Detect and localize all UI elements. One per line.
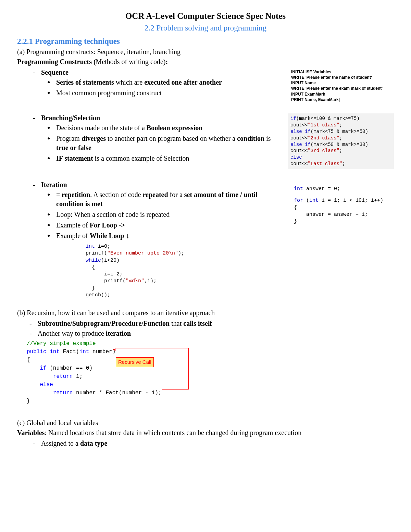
text: i = 1; i < 101; i++) — [319, 198, 383, 203]
text: Another way to produce — [38, 330, 106, 337]
code-line: WRITE 'Please enter the name of student' — [291, 75, 394, 80]
text: iteration — [106, 330, 131, 337]
code-line: int answer = 0; — [294, 186, 394, 193]
str: "2nd class" — [308, 135, 339, 141]
text: ,i); — [144, 278, 157, 284]
text: While Loop — [90, 232, 124, 239]
subsection-b-intro: (b) Recursion, how it can be used and co… — [17, 308, 394, 318]
text: Program — [56, 135, 82, 142]
code-line: cout<<"3rd class"; — [290, 148, 392, 154]
list-item: Loop: When a section of code is repeated — [56, 210, 281, 219]
variables-list: Assigned to a data type — [17, 439, 394, 448]
iteration-bullets: = repetition. A section of code repeated… — [41, 190, 281, 240]
str: "%d\n" — [126, 278, 144, 284]
code-line: } — [86, 285, 394, 292]
kw: public — [27, 349, 47, 355]
text: true or false — [56, 144, 91, 151]
list-item: Another way to produce iteration — [38, 329, 394, 338]
code-line: printf("Even number upto 20\n"); — [86, 250, 394, 257]
kw: while — [86, 258, 101, 263]
sequence-bullets: Series of statements which are executed … — [41, 78, 291, 98]
text: is — [264, 135, 271, 142]
constructs-bold: Programming Constructs ( — [17, 58, 96, 65]
text: ; — [339, 122, 342, 128]
text: ↓ — [124, 232, 129, 239]
text: i=0; — [95, 244, 110, 249]
text: (i<20) — [101, 258, 120, 263]
text: (mark<75 & mark>=50) — [311, 129, 368, 134]
code-line: } — [294, 218, 394, 225]
code-line: cout<<"1st class"; — [290, 122, 392, 128]
code-line: int i=0; — [86, 243, 394, 250]
code-line: //Very simple example — [27, 339, 394, 348]
text: 1; — [73, 373, 83, 380]
constructs-colon: : — [165, 58, 168, 65]
text: cout<< — [290, 135, 308, 141]
kw: else — [27, 382, 53, 388]
code-line: } — [27, 397, 394, 405]
code-line: while(i<20) — [86, 257, 394, 264]
branching-list: Branching/Selection Decisions made on th… — [17, 113, 394, 169]
kw: int — [309, 198, 319, 203]
kw: else if — [290, 129, 311, 134]
code-snippet-branching: if(mark<=100 & mark>=75) cout<<"1st clas… — [288, 113, 394, 169]
sequence-title: Sequence — [41, 69, 68, 76]
kw: return — [27, 390, 73, 396]
kw: int — [294, 186, 303, 192]
text: to another part on program based on whet… — [106, 135, 237, 142]
code-line: for (int i = 1; i < 101; i++) — [294, 197, 394, 204]
constructs-list: Sequence Series of statements which are … — [17, 68, 394, 102]
text: Decisions made on the state of a — [56, 124, 147, 132]
text: ; — [339, 148, 342, 153]
str: "1st class" — [308, 122, 339, 128]
constructs-line: Programming Constructs (Methods of writi… — [17, 57, 394, 66]
code-line: i=i+2; — [86, 271, 394, 278]
code-line: else — [27, 381, 394, 389]
text: For Loop -> — [90, 221, 125, 229]
list-item-branching: Branching/Selection Decisions made on th… — [41, 113, 394, 169]
text: ); — [178, 250, 184, 256]
list-item: Most common programming construct — [56, 88, 291, 98]
text: executed one after another — [144, 78, 222, 86]
code-line: else — [290, 154, 392, 161]
code-line: cout<<"2nd class"; — [290, 135, 392, 141]
text: is a common example of Selection — [93, 154, 189, 162]
kw: int — [86, 244, 95, 249]
kw: int — [79, 349, 89, 355]
annotation-frame — [115, 348, 189, 389]
code-line: else if(mark<75 & mark>=50) — [290, 128, 392, 135]
code-line: printf("%d\n",i); — [86, 278, 394, 285]
text: Fact( — [60, 349, 79, 355]
code-line: getch(); — [86, 292, 394, 299]
code-snippet-sequence: INITIALISE Variables WRITE 'Please enter… — [291, 68, 394, 102]
code-line: INPUT ExamMark — [291, 91, 394, 97]
arrow-icon: ◀ — [113, 347, 115, 353]
str: "Even number upto 20\n" — [107, 250, 178, 256]
code-snippet-recursion: Recursive Call ◀ //Very simple example p… — [27, 339, 394, 405]
text: Example of — [56, 232, 90, 239]
code-line: { — [27, 356, 394, 364]
branching-title: Branching/Selection — [41, 114, 100, 122]
list-item-sequence: Sequence Series of statements which are … — [41, 68, 394, 102]
code-line: INITIALISE Variables — [291, 69, 394, 75]
text: ( — [303, 198, 309, 203]
code-line: INPUT Name — [291, 80, 394, 86]
text: : Named locations that store data in whi… — [45, 429, 301, 436]
text: condition — [237, 135, 264, 142]
list-item: Example of While Loop ↓ — [56, 231, 281, 240]
text: answer = 0; — [303, 186, 340, 192]
code-line: if(mark<=100 & mark>=75) — [290, 115, 392, 122]
code-line: if (number == 0) — [27, 364, 394, 372]
text: cout<< — [290, 161, 308, 166]
subsection-c-intro: (c) Global and local variables — [17, 418, 394, 428]
comment: //Very simple example — [27, 341, 96, 347]
list-item: Example of For Loop -> — [56, 221, 281, 230]
code-line: else if(mark<50 & mark>=30) — [290, 141, 392, 148]
list-item: Decisions made on the state of a Boolean… — [56, 123, 281, 133]
text: Variables — [17, 429, 45, 436]
recursion-list: Subroutine/Subprogram/Procedure/Function… — [17, 319, 394, 338]
iteration-title: Iteration — [41, 181, 67, 188]
text: ; — [342, 161, 345, 166]
code-line: public int Fact(int number) — [27, 348, 394, 356]
text: Assigned to a — [41, 440, 80, 447]
